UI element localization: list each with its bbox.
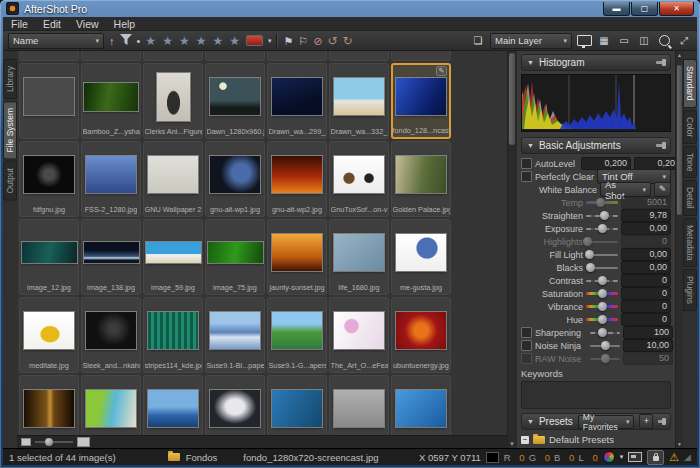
scroll-down-icon[interactable]: ▼ [508,441,516,447]
grid-scrollbar[interactable]: ▼ [507,51,516,448]
straighten-slider[interactable] [586,210,618,221]
grid-cell[interactable]: Dawn_1280x960.jpg [205,63,265,139]
layers-icon[interactable]: ❏ [470,34,486,47]
scrollbar-thumb[interactable] [509,53,515,145]
zoom-out-thumbnail-icon[interactable] [21,438,31,446]
rotate-left-icon[interactable]: ↺ [327,34,337,48]
tools-tab-color[interactable]: Color [683,110,697,144]
grid-cell[interactable]: GNU Wallpaper 2.jpg [143,141,203,217]
thumbnail-grid-view-icon[interactable]: ▦ [596,34,612,47]
grid-cell[interactable]: fdfgnu.jpg [19,141,79,217]
grid-cell[interactable]: Sleek_and...nkahn.jpg [81,297,141,373]
sidebar-tab-file-system[interactable]: File System [3,101,17,159]
grid-cell[interactable]: Clerks Ani...Figure.jpg [143,63,203,139]
grid-cell-partial[interactable] [205,51,265,61]
slideshow-icon[interactable] [576,34,592,47]
ban-icon[interactable]: ⊘ [313,34,322,48]
scrollbar-thumb[interactable] [677,65,682,215]
sidebar-tab-library[interactable]: Library [3,59,17,99]
blacks-value[interactable]: 0,00 [621,261,671,274]
menu-item-help[interactable]: Help [114,18,136,30]
chevron-down-icon[interactable]: ▾ [620,450,624,464]
tools-tab-detail[interactable]: Detail [683,180,697,216]
grid-cell-partial[interactable] [267,51,327,61]
grid-cell-partial[interactable] [81,51,141,61]
tools-tab-metadata[interactable]: Metadata [683,218,697,267]
grid-cell[interactable]: Suse9.1-Bl...papers.jpg [205,297,265,373]
add-preset-button[interactable]: + [639,414,653,429]
raw-noise-slider[interactable] [590,353,620,364]
dual-display-icon[interactable] [628,452,642,462]
magnifier-icon[interactable] [656,34,672,47]
grid-cell-partial[interactable] [143,51,203,61]
contrast-value[interactable]: 0 [621,274,671,287]
grid-cell[interactable]: image_75.jpg [205,219,265,295]
flag-reject-icon[interactable]: ⚐ [298,34,308,48]
grid-cell[interactable]: Drawn_wa...299_.jpg [267,63,327,139]
grid-cell[interactable]: GnuTuxSof...on-v1.jpg [329,141,389,217]
presets-favorites-select[interactable]: My Favorites ▾ [578,415,635,429]
star-rating-5-icon[interactable]: ★ [212,34,224,48]
menu-item-file[interactable]: File [11,18,28,30]
noise-ninja-value[interactable]: 10,00 [623,339,673,352]
saturation-slider[interactable] [586,288,618,299]
grid-cell[interactable]: Suse9.1-G...apers.jpg [267,297,327,373]
hue-value[interactable]: 0 [621,313,671,326]
single-image-view-icon[interactable]: ▭ [616,34,632,47]
grid-cell-partial[interactable] [19,51,79,61]
grid-cell[interactable]: stripes114_kde.jpg [143,297,203,373]
slider-handle[interactable] [601,341,610,350]
grid-cell-partial[interactable] [329,51,389,61]
maximize-button[interactable]: ▢ [631,2,658,16]
pin-icon[interactable] [656,61,665,64]
grid-cell[interactable]: Golden Palace.jpg [391,141,451,217]
temp-value[interactable]: 5001 [621,196,671,209]
sharpening-slider[interactable] [590,327,620,338]
autolevel-checkbox[interactable] [521,158,532,169]
grid-cell[interactable]: Drawn_wa...332_.jpg [329,63,389,139]
tools-tab-standard[interactable]: Standard [683,59,697,108]
rotate-right-icon[interactable]: ↻ [343,34,353,48]
tools-tab-plugins[interactable]: Plugins [683,269,697,311]
collapse-icon[interactable]: ▼ [527,142,534,149]
collapse-icon[interactable]: ▼ [527,59,534,66]
presets-header[interactable]: ▼ Presets My Favorites ▾ + [521,413,671,430]
slider-handle[interactable] [598,276,607,285]
star-rating-6-icon[interactable]: ★ [229,34,241,48]
grid-cell-partial[interactable] [391,51,451,61]
sidebar-tab-output[interactable]: Output [3,161,17,201]
scroll-down-icon[interactable]: ▼ [676,441,683,447]
grid-cell[interactable]: meditate.jpg [19,297,79,373]
fullscreen-icon[interactable]: ⤢ [676,34,692,47]
perfectly-clear-checkbox[interactable] [521,171,532,182]
grid-cell[interactable]: gnu-alt-wp2.jpg [267,141,327,217]
noise-ninja-checkbox[interactable] [521,340,532,351]
grid-cell[interactable]: image_12.jpg [19,219,79,295]
straighten-value[interactable]: 9,78 [621,209,671,222]
grid-cell[interactable]: The_Art_O...eFear.jpg [329,297,389,373]
slider-handle[interactable] [598,315,607,324]
thumbnail-size-slider[interactable] [35,441,73,443]
grid-cell[interactable]: ubuntuenergy.jpg [391,297,451,373]
layer-select[interactable]: Main Layer ▾ [490,33,572,49]
tools-tab-tone[interactable]: Tone [683,146,697,178]
slider-handle[interactable] [598,302,607,311]
grid-cell-partial[interactable] [19,63,79,139]
preset-folder-row[interactable]: − Default Presets [521,433,671,445]
close-button[interactable]: ✕ [659,2,694,16]
exposure-slider[interactable] [586,223,618,234]
grid-cell[interactable]: image_59.jpg [143,219,203,295]
star-rating-4-icon[interactable]: ★ [196,34,208,48]
minimize-button[interactable]: ▬ [603,2,630,16]
grid-cell[interactable]: ✎fondo_128...ncast.jpg [391,63,451,139]
slider-handle[interactable] [601,354,610,363]
saturation-value[interactable]: 0 [621,287,671,300]
vibrance-slider[interactable] [586,301,618,312]
title-bar[interactable]: AfterShot Pro ▬ ▢ ✕ [0,0,700,17]
grid-cell[interactable]: life_1680.jpg [329,219,389,295]
current-folder[interactable]: Fondos [186,452,218,463]
highlights-slider[interactable] [586,236,618,247]
grid-cell[interactable]: gnu-alt-wp1.jpg [205,141,265,217]
slider-handle[interactable] [586,263,595,272]
sort-field-select[interactable]: Name ▾ [8,33,104,49]
